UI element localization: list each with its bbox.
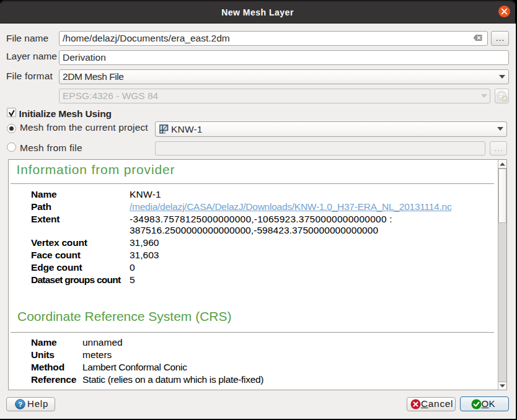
svg-text:?: ? xyxy=(18,401,22,408)
